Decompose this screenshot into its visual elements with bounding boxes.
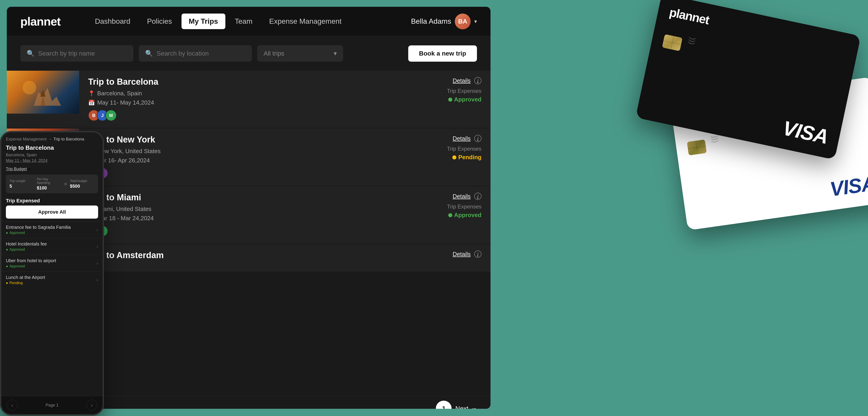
filter-label: All trips — [264, 50, 284, 57]
trip-length-cell: Trip Length 5 — [9, 179, 34, 189]
details-link[interactable]: Details i — [453, 135, 482, 142]
details-link[interactable]: Details i — [453, 77, 482, 84]
expense-item-0[interactable]: Entrance fee to Sagrada Familia ● Approv… — [1, 221, 103, 238]
location-search[interactable]: 🔍 — [139, 45, 252, 62]
total-budget-cell: Total budget $500 — [70, 179, 94, 189]
card-container: plannet VISA plannet VISA — [506, 0, 868, 416]
expense-name: Uber from hotel to airport — [6, 258, 56, 263]
trip-info-barcelona: Trip to Barcelona 📍 Barcelona, Spain 📅 M… — [79, 71, 427, 127]
expensed-label: Trip Expensed — [1, 195, 103, 206]
expense-item-2[interactable]: Uber from hotel to airport ● Approved › — [1, 255, 103, 272]
mobile-phone: Expense Management → Trip to Barcelona T… — [0, 131, 104, 416]
expense-status: Trip Expenses Approved — [447, 88, 482, 103]
nav-links: Dashboard Policies My Trips Team Expense… — [88, 13, 411, 29]
phone-trip-title: Trip to Barcelona — [1, 143, 103, 152]
total-value: $500 — [70, 184, 94, 189]
expense-item-3[interactable]: Lunch at the Airport ● Pending › — [1, 272, 103, 288]
page-label: Page 1 — [45, 403, 58, 408]
next-page-button[interactable]: › — [86, 400, 97, 411]
trip-info-miami: Trip to Miami 📍 Miami, United States 📅 M… — [79, 186, 427, 243]
expense-status-badge: ● Approved — [6, 264, 56, 268]
location-search-icon: 🔍 — [145, 50, 153, 57]
phone-screen: Expense Management → Trip to Barcelona T… — [1, 132, 103, 414]
book-new-trip-button[interactable]: Book a new trip — [408, 45, 477, 62]
expense-label: Trip Expenses — [447, 88, 482, 94]
chevron-right-icon: › — [96, 244, 98, 249]
approve-all-button[interactable]: Approve All — [6, 206, 98, 219]
trip-actions-newyork: Details i Trip Expenses Pending — [427, 129, 491, 185]
trip-name-input[interactable] — [38, 50, 127, 57]
expense-item-1[interactable]: Hotel Incidentals fee ● Approved › — [1, 238, 103, 255]
expense-status: Trip Expenses Approved — [447, 204, 482, 219]
trip-avatars: B M — [88, 226, 418, 237]
status-dot-icon — [448, 98, 452, 102]
user-area: Bella Adams BA ▾ — [411, 13, 477, 29]
breadcrumb-arrow-icon: → — [48, 137, 52, 142]
filter-chevron-icon: ▾ — [334, 50, 337, 57]
page-1-button[interactable]: 1 — [436, 401, 452, 409]
trip-length-label: Trip Length — [9, 179, 34, 183]
phone-breadcrumb: Expense Management → Trip to Barcelona — [1, 132, 103, 143]
expense-status: Trip Expenses Pending — [447, 146, 482, 161]
card-logo: plannet — [668, 5, 848, 56]
trip-actions-miami: Details i Trip Expenses Approved — [427, 186, 491, 243]
svg-marker-1 — [34, 88, 61, 106]
chevron-down-icon[interactable]: ▾ — [474, 18, 477, 25]
credit-card-white: plannet VISA — [670, 77, 868, 230]
expense-status-badge: ● Approved — [6, 247, 47, 252]
details-link[interactable]: Details i — [453, 193, 482, 200]
expense-content: Uber from hotel to airport ● Approved — [6, 258, 56, 268]
status-dot-icon: ● — [6, 247, 8, 252]
status-badge-approved: Approved — [448, 212, 482, 219]
budget-chevron-icon: ▾ — [29, 167, 30, 171]
search-icon: 🔍 — [27, 50, 35, 57]
avatar: BA — [455, 13, 471, 29]
expense-status-badge: ● Approved — [6, 231, 71, 235]
details-link[interactable]: Details i — [453, 250, 482, 258]
location-input[interactable] — [157, 50, 246, 57]
trip-info-amsterdam: Trip to Amsterdam — [79, 244, 427, 271]
trip-filter-dropdown[interactable]: All trips ▾ — [257, 45, 343, 62]
trip-dates: 📅 Apr 16- Apr 26,2024 — [88, 157, 418, 164]
info-icon: i — [474, 193, 482, 200]
trip-dates: 📅 Mar 18 - Mar 24,2024 — [88, 215, 418, 222]
trip-title: Trip to Amsterdam — [88, 250, 418, 260]
trip-length-value: 5 — [9, 184, 34, 189]
chevron-right-icon: › — [96, 277, 98, 282]
navbar: plannet Dashboard Policies My Trips Team… — [7, 7, 491, 36]
trip-name-search[interactable]: 🔍 — [20, 45, 133, 62]
nav-expense-management[interactable]: Expense Management — [262, 13, 349, 29]
phone-budget-toggle[interactable]: Trip Budget ▾ — [1, 165, 103, 173]
user-name: Bella Adams — [411, 17, 451, 26]
expense-status-badge: ● Pending — [6, 281, 45, 285]
svg-point-2 — [23, 81, 36, 94]
nav-policies[interactable]: Policies — [140, 13, 179, 29]
info-icon: i — [474, 77, 482, 84]
expense-content: Entrance fee to Sagrada Familia ● Approv… — [6, 225, 71, 235]
trip-actions-amsterdam: Details i — [427, 244, 491, 271]
prev-page-button[interactable]: ‹ — [7, 400, 18, 411]
status-badge-pending: Pending — [452, 154, 482, 161]
trip-dates: 📅 May 11- May 14,2024 — [88, 99, 418, 106]
trip-actions-barcelona: Details i Trip Expenses Approved — [427, 71, 491, 127]
nav-team[interactable]: Team — [228, 13, 260, 29]
next-button[interactable]: Next → — [455, 405, 477, 409]
status-dot-icon — [448, 213, 452, 217]
nav-dashboard[interactable]: Dashboard — [88, 13, 138, 29]
phone-trip-location: Barcelona, Spain — [1, 152, 103, 158]
next-arrow-icon: → — [471, 405, 477, 409]
chevron-right-icon: › — [96, 261, 98, 266]
trip-location: 📍 Barcelona, Spain — [88, 90, 418, 97]
nav-my-trips[interactable]: My Trips — [182, 13, 225, 29]
expense-label: Trip Expenses — [447, 146, 482, 152]
visa-brand-label: VISA — [829, 172, 868, 201]
phone-trip-dates: May 11 - May 14, 2024 — [1, 158, 103, 165]
status-dot-icon: ● — [6, 264, 8, 268]
status-dot-icon — [452, 155, 456, 160]
budget-label: Trip Budget — [6, 167, 27, 171]
brand-logo: plannet — [20, 15, 61, 28]
trip-location: 📍 Miami, United States — [88, 206, 418, 212]
expense-label: Trip Expenses — [447, 204, 482, 210]
location-pin-icon: 📍 — [88, 90, 95, 97]
expense-name: Entrance fee to Sagrada Familia — [6, 225, 71, 230]
